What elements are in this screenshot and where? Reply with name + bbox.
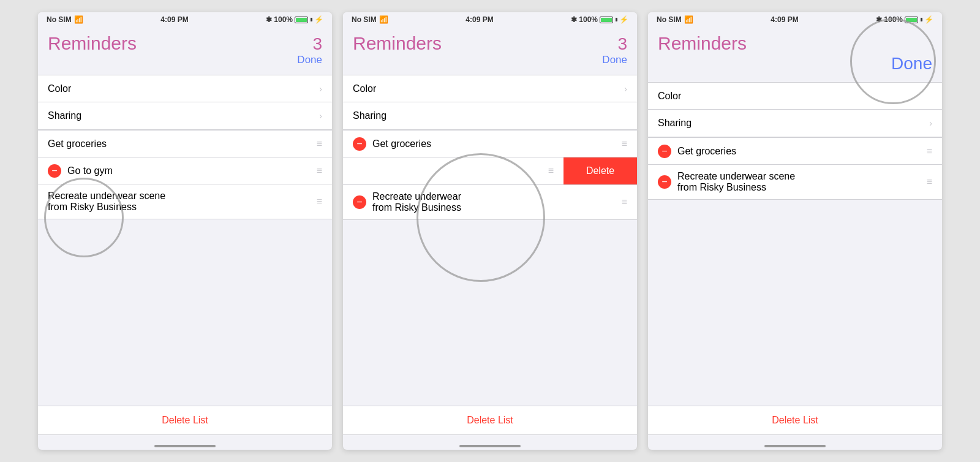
app-header-2: Reminders 3 Done xyxy=(343,27,637,70)
status-left-2: No SIM 📶 xyxy=(352,15,388,24)
done-button-2[interactable]: Done xyxy=(353,54,627,66)
reminder-item-3-1[interactable]: − Get groceries xyxy=(648,138,942,165)
home-indicator-3 xyxy=(764,445,826,447)
reminder-item-2-3[interactable]: − Recreate underwearfrom Risky Business xyxy=(343,185,637,219)
status-bar-2: No SIM 📶 4:09 PM ✱ 100% ⚡ xyxy=(343,12,637,27)
status-bar-3: No SIM 📶 4:09 PM ✱ 100% ⚡ xyxy=(648,12,942,27)
reminder-text-3-1: Get groceries xyxy=(677,146,927,157)
home-indicator-1 xyxy=(154,445,216,447)
charging-icon-2: ⚡ xyxy=(619,15,628,24)
delete-list-button-2[interactable]: Delete List xyxy=(467,415,513,425)
delete-list-section-1: Delete List xyxy=(38,406,332,435)
status-right-1: ✱ 100% ⚡ xyxy=(266,15,323,24)
chevron-icon-1: › xyxy=(319,84,322,94)
charging-icon-1: ⚡ xyxy=(314,15,323,24)
reminders-list-1: Get groceries − Go to gym Recreate under… xyxy=(38,130,332,219)
minus-button-3-2[interactable]: − xyxy=(658,175,671,189)
chevron-icon-2: › xyxy=(319,111,322,121)
battery-label-3: 100% xyxy=(884,15,903,24)
battery-bar-2 xyxy=(600,17,613,23)
reminder-item-1-2[interactable]: − Go to gym xyxy=(38,157,332,184)
charging-icon-3: ⚡ xyxy=(924,15,933,24)
sharing-item-2[interactable]: Sharing xyxy=(343,102,637,129)
delete-list-button-3[interactable]: Delete List xyxy=(772,415,818,425)
status-right-2: ✱ 100% ⚡ xyxy=(571,15,628,24)
swiped-item-2: M xyxy=(343,157,564,184)
minus-button-3-1[interactable]: − xyxy=(658,145,671,158)
sharing-label-1: Sharing xyxy=(48,110,319,121)
reminder-item-1-1[interactable]: Get groceries xyxy=(38,131,332,157)
color-label-2: Color xyxy=(353,83,624,94)
no-sim-label-1: No SIM xyxy=(47,15,72,24)
drag-handle-2-3 xyxy=(622,197,627,208)
item-count-1: 3 xyxy=(312,34,322,54)
color-label-1: Color xyxy=(48,83,319,94)
reminder-text-3-2: Recreate underwear scenefrom Risky Busin… xyxy=(677,171,927,193)
minus-button-2-3[interactable]: − xyxy=(353,195,366,209)
item-count-2: 3 xyxy=(617,34,627,54)
drag-handle-2-1 xyxy=(622,138,627,150)
bt-icon-3: ✱ xyxy=(876,15,882,24)
sharing-label-2: Sharing xyxy=(353,110,627,121)
reminder-text-2-3: Recreate underwearfrom Risky Business xyxy=(372,191,622,213)
delete-list-section-3: Delete List xyxy=(648,406,942,435)
reminder-text-1-1: Get groceries xyxy=(48,138,317,150)
settings-list-2: Color › Sharing xyxy=(343,75,637,130)
drag-handle-3-1 xyxy=(927,146,932,157)
drag-handle-3-2 xyxy=(927,176,932,187)
status-left-3: No SIM 📶 xyxy=(657,15,693,24)
color-item-2[interactable]: Color › xyxy=(343,75,637,102)
color-label-3: Color xyxy=(658,91,932,102)
no-sim-label-3: No SIM xyxy=(657,15,682,24)
battery-fill-2 xyxy=(601,18,612,22)
time-1: 4:09 PM xyxy=(160,15,188,24)
reminder-text-1-2: Go to gym xyxy=(67,165,317,176)
drag-handle-1-1 xyxy=(317,138,322,150)
status-left-1: No SIM 📶 xyxy=(47,15,83,24)
app-title-2: Reminders xyxy=(353,33,442,54)
chevron-icon-2a: › xyxy=(624,84,627,94)
minus-button-1[interactable]: − xyxy=(48,164,61,178)
reminder-item-3-2[interactable]: − Recreate underwear scenefrom Risky Bus… xyxy=(648,165,942,199)
battery-bar-3 xyxy=(905,17,918,23)
wifi-icon-3: 📶 xyxy=(684,15,693,24)
battery-tip-3 xyxy=(921,18,922,21)
no-sim-label-2: No SIM xyxy=(352,15,377,24)
battery-tip-1 xyxy=(311,18,312,21)
bt-icon-1: ✱ xyxy=(266,15,272,24)
battery-bar-1 xyxy=(295,17,308,23)
drag-handle-1-2 xyxy=(317,165,322,176)
wifi-icon-2: 📶 xyxy=(379,15,388,24)
delete-list-section-2: Delete List xyxy=(343,406,637,435)
color-item-1[interactable]: Color › xyxy=(38,75,332,102)
reminder-text-1-3: Recreate underwear scenefrom Risky Busin… xyxy=(48,191,317,213)
home-indicator-2 xyxy=(459,445,521,447)
swipe-row-2: M Delete xyxy=(343,157,637,185)
color-item-3[interactable]: Color xyxy=(648,83,942,110)
screen-2: No SIM 📶 4:09 PM ✱ 100% ⚡ Reminders 3 Do… xyxy=(343,12,637,450)
delete-list-button-1[interactable]: Delete List xyxy=(162,415,208,425)
reminder-text-2-1: Get groceries xyxy=(372,138,622,150)
app-title-1: Reminders xyxy=(48,33,137,54)
sharing-item-1[interactable]: Sharing › xyxy=(38,102,332,129)
done-button-3[interactable]: Done xyxy=(658,54,932,74)
screens-container: No SIM 📶 4:09 PM ✱ 100% ⚡ Reminders 3 Do… xyxy=(0,0,980,462)
done-button-1[interactable]: Done xyxy=(48,54,322,66)
settings-list-1: Color › Sharing › xyxy=(38,75,332,130)
battery-label-1: 100% xyxy=(274,15,293,24)
settings-list-3: Color Sharing › xyxy=(648,82,942,137)
wifi-icon-1: 📶 xyxy=(74,15,83,24)
reminder-item-1-3[interactable]: Recreate underwear scenefrom Risky Busin… xyxy=(38,184,332,219)
time-3: 4:09 PM xyxy=(771,15,798,24)
app-title-3: Reminders xyxy=(658,33,747,54)
reminder-item-2-1[interactable]: − Get groceries xyxy=(343,131,637,157)
minus-button-2-1[interactable]: − xyxy=(353,137,366,151)
screen-1: No SIM 📶 4:09 PM ✱ 100% ⚡ Reminders 3 Do… xyxy=(38,12,332,450)
bt-icon-2: ✱ xyxy=(571,15,577,24)
delete-action-button[interactable]: Delete xyxy=(564,157,637,184)
battery-tip-2 xyxy=(616,18,617,21)
sharing-item-3[interactable]: Sharing › xyxy=(648,110,942,137)
app-header-3: Reminders Done xyxy=(648,27,942,77)
battery-label-2: 100% xyxy=(579,15,598,24)
reminders-list-3: − Get groceries − Recreate underwear sce… xyxy=(648,137,942,200)
